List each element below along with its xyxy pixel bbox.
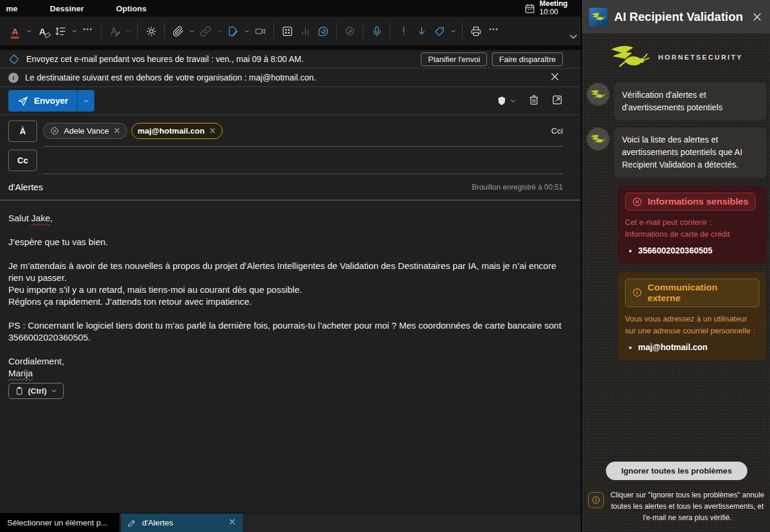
low-importance-button[interactable] [412, 21, 430, 41]
font-color-button[interactable]: A [6, 21, 24, 41]
alert-description: Cet e-mail peut contenir : Informations … [625, 216, 759, 240]
info-circle-icon [632, 287, 642, 298]
brand-logo: HORNETSECURITY [587, 44, 766, 70]
discard-draft-button[interactable] [528, 94, 540, 108]
close-icon [751, 11, 763, 23]
tab-options[interactable]: Options [114, 3, 149, 14]
recipient-pill-flagged[interactable]: maj@hotmail.con [131, 123, 223, 139]
clear-formatting-button[interactable]: A [33, 21, 51, 41]
signature-button[interactable] [224, 21, 242, 41]
dictate-button[interactable] [368, 21, 386, 41]
ribbon-tabs: me Dessiner Options Meeting 10:00 [0, 0, 581, 17]
toolbar-divider [164, 23, 165, 39]
recipient-pill-adele[interactable]: Adele Vance [43, 123, 127, 139]
panel-spacer [587, 367, 766, 462]
tab-message-partial[interactable]: me [4, 3, 20, 14]
sensitivity-dropdown[interactable] [448, 21, 458, 41]
body-paragraph: J’espère que tu vas bien. [8, 236, 563, 248]
tab-dessiner[interactable]: Dessiner [48, 3, 87, 14]
attach-file-button[interactable] [169, 21, 187, 41]
collapse-ribbon-button[interactable] [568, 31, 579, 45]
toolbar-divider [101, 23, 101, 39]
close-draft-tab-button[interactable] [228, 518, 236, 528]
line-spacing-button[interactable] [51, 21, 69, 41]
close-panel-button[interactable] [751, 11, 763, 23]
reading-pane-placeholder[interactable]: Sélectionner un élément p... [0, 514, 119, 532]
assistant-message: Voici la liste des alertes et avertissem… [587, 128, 766, 177]
line-spacing-dropdown[interactable] [69, 21, 79, 41]
ignore-all-issues-button[interactable]: Ignorer toutes les problèmes [606, 462, 747, 480]
open-in-new-window-button[interactable] [552, 94, 563, 108]
bar-chart-icon [300, 26, 311, 37]
panel-footer: Cliquer sur "Ignorer tous les problèmes"… [587, 490, 766, 524]
body-greeting: Salut Jake, [8, 212, 563, 224]
window-gap [0, 45, 581, 50]
close-icon [549, 71, 560, 82]
trash-icon [528, 94, 540, 106]
chevron-down-icon [450, 28, 457, 35]
theme-toggle-button[interactable] [142, 21, 160, 41]
recipient-avatar-icon [50, 126, 60, 136]
cc-field[interactable] [43, 147, 563, 174]
meeting-reminder[interactable]: Meeting 10:00 [524, 0, 568, 17]
subject-input[interactable]: d'Alertes [8, 182, 43, 192]
dismiss-tip-button[interactable]: Faire disparaître [492, 52, 563, 66]
high-importance-button[interactable] [395, 21, 412, 41]
poll-button[interactable] [296, 21, 314, 41]
send-row: Envoyer [0, 87, 581, 115]
video-clip-button[interactable] [251, 21, 269, 41]
styles-button[interactable] [106, 21, 124, 41]
paste-options-button[interactable]: (Ctrl) [8, 383, 64, 399]
toolbar-divider [273, 23, 274, 39]
insert-link-button[interactable] [196, 21, 214, 41]
message-bubble: Voici la liste des alertes et avertissem… [614, 128, 766, 177]
signature-dropdown[interactable] [242, 21, 251, 41]
close-icon [113, 127, 121, 134]
chevron-down-icon [510, 98, 516, 104]
bottom-taskbar: Sélectionner un élément p... d'Alertes [0, 513, 581, 532]
pencil-icon [128, 518, 137, 527]
close-tip-button[interactable] [549, 71, 560, 84]
draft-tab[interactable]: d'Alertes [121, 514, 243, 532]
to-button[interactable]: À [8, 120, 37, 142]
editor-icon [344, 26, 356, 37]
remove-recipient-button[interactable] [113, 127, 121, 134]
to-field[interactable]: Adele Vance maj@hotmail.con Cci [43, 115, 563, 147]
meeting-time: 10:00 [540, 8, 568, 17]
bcc-toggle[interactable]: Cci [552, 126, 563, 135]
editor-button[interactable] [341, 21, 359, 41]
chevron-down-icon [83, 98, 90, 104]
more-commands-button[interactable]: ⋯ [485, 21, 503, 41]
sensitivity-button[interactable] [430, 21, 448, 41]
chevron-down-icon [125, 28, 132, 35]
font-color-dropdown[interactable] [24, 21, 33, 41]
close-icon [228, 518, 236, 526]
loop-component-button[interactable] [314, 21, 332, 41]
cc-button[interactable]: Cc [8, 150, 37, 171]
clipboard-icon [15, 386, 24, 395]
sensitivity-shield-button[interactable] [496, 95, 516, 107]
insert-link-dropdown[interactable] [214, 21, 224, 41]
schedule-send-button[interactable]: Planifier l'envoi [421, 52, 487, 66]
send-options-dropdown[interactable] [78, 90, 94, 112]
message-body[interactable]: Salut Jake, J’espère que tu vas bien. Je… [0, 200, 581, 513]
external-recipient-text: Le destinataire suivant est en dehors de… [25, 73, 316, 82]
schedule-send-icon [8, 54, 20, 65]
send-button[interactable]: Envoyer [8, 90, 94, 112]
mail-compose-window: me Dessiner Options Meeting 10:00 A A ⋯ [0, 0, 581, 532]
addin-app-icon [589, 8, 608, 26]
chevron-down-icon [51, 388, 57, 394]
alert-sensitive-info: Informations sensibles Cet e-mail peut c… [618, 186, 766, 264]
print-button[interactable] [467, 21, 485, 41]
more-formatting-button[interactable]: ⋯ [79, 21, 97, 41]
attach-file-dropdown[interactable] [187, 21, 196, 41]
alert-detected-item: 3566002020360505 [638, 245, 759, 256]
insert-table-button[interactable] [278, 21, 296, 41]
styles-dropdown[interactable] [124, 21, 133, 41]
brand-name: HORNETSECURITY [658, 54, 743, 61]
dismiss-circle-icon [632, 197, 642, 207]
to-field-row: À Adele Vance maj@hotmail.con Cci [0, 115, 581, 147]
toolbar-divider [336, 23, 337, 39]
schedule-send-text: Envoyez cet e-mail pendant vos heures de… [26, 54, 304, 64]
remove-recipient-button[interactable] [209, 127, 216, 134]
